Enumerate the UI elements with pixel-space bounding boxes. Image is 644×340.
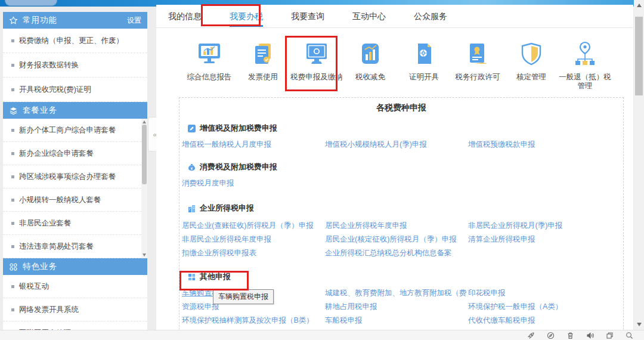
link-environment-tax-a[interactable]: 环境保护税一般申报（A类） bbox=[468, 303, 618, 311]
building-icon bbox=[188, 205, 196, 212]
scroll-down-arrow[interactable] bbox=[143, 254, 146, 256]
link-withholding-income-tax[interactable]: 扣缴企业所得税申报表 bbox=[182, 249, 325, 257]
page-scrollbar[interactable] bbox=[634, 0, 644, 330]
sidebar-item-bank-tax-interaction[interactable]: 银税互动 bbox=[3, 275, 147, 298]
bullet-icon bbox=[11, 39, 14, 42]
scrollbar-thumb[interactable] bbox=[635, 17, 643, 95]
link-collected-vehicle-vessel-tax[interactable]: 代收代缴车船税申报 bbox=[468, 317, 618, 324]
link-vehicle-vessel-tax[interactable]: 车船税申报 bbox=[325, 317, 468, 324]
link-consolidated-branch-filing[interactable]: 企业所得税汇总纳税总分机构信息备案 bbox=[325, 249, 468, 257]
icon-menu-row: 综合信息报告 发票使用 税费申报及缴纳 税收减免 bbox=[156, 28, 633, 91]
bullet-icon bbox=[11, 175, 14, 178]
bullet-icon bbox=[11, 285, 14, 288]
shield-icon bbox=[518, 36, 545, 67]
sidebar-section-title: 常用功能 bbox=[23, 15, 127, 26]
sidebar-item-financial-report[interactable]: 财务报表数据转换 bbox=[3, 53, 147, 78]
scroll-up-arrow[interactable] bbox=[143, 120, 146, 123]
section-title: 消费税及附加税费申报 bbox=[200, 162, 277, 172]
speaker-icon[interactable] bbox=[586, 332, 594, 339]
menu-item-label: 综合信息报告 bbox=[187, 73, 232, 82]
star-icon bbox=[9, 16, 18, 25]
sidebar-item-cross-region-package[interactable]: 跨区域涉税事项综合办理套餐 bbox=[3, 165, 147, 188]
money-bag-icon bbox=[188, 163, 196, 171]
menu-item-invoice-use[interactable]: 发票使用 bbox=[236, 36, 290, 91]
search-icon[interactable] bbox=[626, 332, 633, 339]
sidebar-item-tax-certificate[interactable]: 开具税收完税(费)证明 bbox=[3, 78, 147, 102]
menu-item-certificate-issue[interactable]: 证明开具 bbox=[397, 36, 451, 91]
tab-query[interactable]: 我要查询 bbox=[291, 5, 324, 27]
sidebar-item-label: 网络发票开具系统 bbox=[19, 305, 79, 315]
sidebar-item-new-enterprise-package[interactable]: 新办企业综合申请套餐 bbox=[3, 142, 147, 165]
window-restore-icon[interactable] bbox=[606, 332, 614, 339]
section-header-other-declarations: 其他申报 bbox=[188, 271, 623, 282]
section-title: 增值税及附加税费申报 bbox=[200, 123, 277, 134]
sidebar-item-online-invoice-system[interactable]: 网络发票开具系统 bbox=[3, 298, 147, 322]
scroll-down-arrow[interactable] bbox=[637, 323, 642, 326]
license-book-icon bbox=[464, 36, 491, 67]
link-nonresident-monthly[interactable]: 非居民企业所得税月(季)申报 bbox=[468, 222, 618, 230]
menu-item-tax-reduction[interactable]: 税收减免 bbox=[343, 36, 397, 91]
menu-item-tax-admin-license[interactable]: 税务行政许可 bbox=[451, 36, 504, 91]
menu-item-label: 一般退（抵）税管理 bbox=[558, 73, 612, 91]
scrollbar-thumb[interactable] bbox=[142, 125, 147, 184]
link-liquidation-income-tax[interactable]: 清算企业所得税申报 bbox=[468, 236, 618, 243]
menu-item-assessment-management[interactable]: 核定管理 bbox=[504, 36, 558, 91]
menu-item-label: 税费申报及缴纳 bbox=[290, 73, 343, 82]
sidebar-item-new-individual-package[interactable]: 新办个体工商户综合申请套餐 bbox=[3, 119, 147, 142]
link-nonresident-annual[interactable]: 非居民企业所得税年度申报 bbox=[182, 236, 325, 243]
tab-interaction-center[interactable]: 互动中心 bbox=[352, 5, 386, 27]
tab-public-service[interactable]: 公众服务 bbox=[414, 5, 447, 27]
sidebar-item-small-to-general-package[interactable]: 小规模转一般纳税人套餐 bbox=[3, 188, 147, 212]
monitor-chart-icon bbox=[196, 36, 223, 67]
settings-link[interactable]: 设置 bbox=[127, 16, 141, 26]
sidebar-item-label: 财务报表数据转换 bbox=[19, 60, 79, 70]
link-vat-general-monthly[interactable]: 增值税一般纳税人月度申报 bbox=[182, 141, 325, 149]
links-grid-corporate-income: 居民企业(查账征收)所得税月（季）申报 居民企业所得税年度申报 非居民企业所得税… bbox=[182, 222, 623, 257]
bullet-icon bbox=[11, 199, 14, 202]
links-grid-consumption: 消费税月度申报 bbox=[182, 180, 623, 187]
tab-do-tax[interactable]: 我要办税 bbox=[230, 5, 263, 27]
invoice-doc-icon bbox=[249, 36, 277, 67]
compass-icon[interactable] bbox=[547, 332, 555, 339]
link-resident-annual[interactable]: 居民企业所得税年度申报 bbox=[325, 222, 468, 230]
sidebar-section-title: 特色业务 bbox=[23, 261, 141, 272]
scroll-up-arrow[interactable] bbox=[637, 4, 642, 7]
link-stamp-tax[interactable]: 印花税申报 bbox=[468, 289, 618, 297]
grid-icon bbox=[188, 273, 196, 281]
sidebar-header-common: 常用功能 设置 bbox=[3, 12, 147, 29]
sidebar-item-label: 小规模转一般纳税人套餐 bbox=[19, 195, 101, 205]
tab-my-info[interactable]: 我的信息 bbox=[168, 5, 202, 27]
bullet-icon bbox=[11, 129, 14, 132]
link-farmland-occupation-tax[interactable]: 耕地占用税申报 bbox=[325, 303, 468, 311]
link-resident-audit-monthly[interactable]: 居民企业(查账征收)所得税月（季）申报 bbox=[182, 222, 325, 230]
trash-icon[interactable] bbox=[566, 332, 574, 339]
section-title: 其他申报 bbox=[200, 271, 231, 282]
rocket-icon[interactable] bbox=[527, 332, 535, 339]
link-consumption-monthly[interactable]: 消费税月度申报 bbox=[182, 180, 325, 187]
section-header-corporate-income-tax: 企业所得税申报 bbox=[188, 203, 623, 214]
menu-item-comprehensive-info-report[interactable]: 综合信息报告 bbox=[182, 36, 236, 91]
link-environment-tax-b[interactable]: 环境保护税抽样测算及按次申报（B类） bbox=[182, 317, 325, 324]
edit-square-icon bbox=[188, 125, 196, 132]
sidebar-section-title: 套餐业务 bbox=[23, 105, 141, 116]
sidebar-item-nonresident-package[interactable]: 非居民企业套餐 bbox=[3, 212, 147, 235]
link-vat-prepayment[interactable]: 增值税预缴税款申报 bbox=[468, 141, 618, 149]
certificate-doc-icon bbox=[410, 36, 438, 67]
sidebar-item-tax-payment[interactable]: 税费缴纳（申报、更正、作废） bbox=[3, 29, 147, 53]
menu-item-label: 发票使用 bbox=[248, 73, 278, 82]
bullet-icon bbox=[11, 64, 14, 67]
link-vat-small-scale[interactable]: 增值税小规模纳税人月(季)申报 bbox=[325, 141, 468, 149]
sidebar-item-label: 银税互动 bbox=[19, 282, 49, 292]
sidebar-item-violation-penalty-package[interactable]: 违法违章简易处罚套餐 bbox=[3, 235, 147, 258]
sidebar-item-label: 开具税收完税(费)证明 bbox=[19, 85, 91, 95]
menu-item-general-tax-refund[interactable]: 一般退（抵）税管理 bbox=[558, 36, 612, 91]
chart-badge-icon bbox=[357, 36, 384, 67]
monitor-pay-icon bbox=[303, 36, 330, 67]
banner-tab-remnant bbox=[5, 0, 57, 6]
sidebar-scrollbar[interactable] bbox=[141, 119, 147, 258]
sidebar-item-label: 非居民企业套餐 bbox=[19, 218, 72, 228]
menu-item-tax-declare-pay[interactable]: 税费申报及缴纳 bbox=[290, 36, 343, 91]
link-urban-construction-surcharge[interactable]: 城建税、教育费附加、地方教育附加税（费）申... bbox=[325, 289, 468, 297]
sidebar-scroll-area: 新办个体工商户综合申请套餐 新办企业综合申请套餐 跨区域涉税事项综合办理套餐 小… bbox=[3, 119, 147, 258]
link-resident-assessed-monthly[interactable]: 居民企业(核定征收)所得税月（季）申报 bbox=[325, 236, 468, 243]
